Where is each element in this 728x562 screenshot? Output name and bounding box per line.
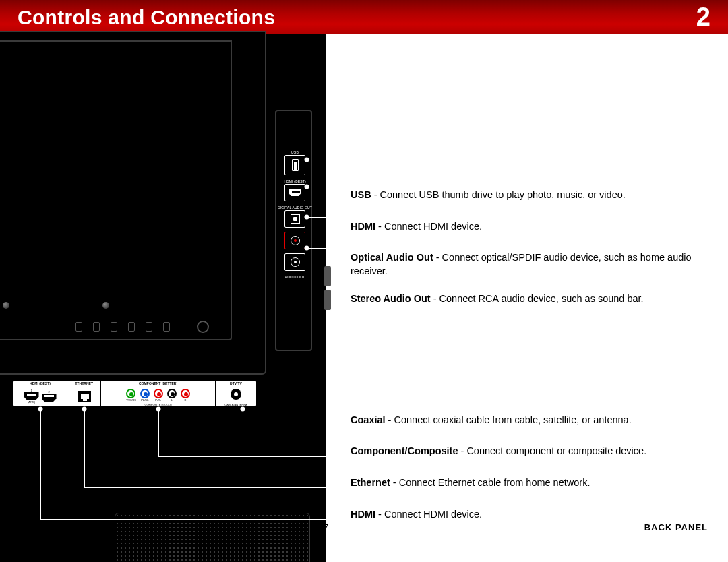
desc-comp-text: - Connect component or composite device. bbox=[458, 445, 647, 456]
port-stub-icon bbox=[93, 322, 100, 332]
callout-line bbox=[158, 456, 344, 457]
hdmi1-label: 1 bbox=[30, 389, 32, 392]
hdmi2-label: 2 bbox=[48, 390, 49, 394]
port-stub-icon bbox=[128, 322, 135, 332]
callout-dot-icon bbox=[241, 407, 245, 412]
callout-line bbox=[158, 409, 159, 456]
speaker-grille-icon bbox=[115, 513, 310, 562]
port-stub-icon bbox=[163, 322, 170, 332]
desc-stereo-text: - Connect RCA audio device, such as soun… bbox=[431, 293, 644, 304]
port-descriptions: USB - Connect USB thumb drive to play ph… bbox=[351, 185, 708, 539]
callout-line bbox=[243, 425, 344, 425]
desc-stereo-title: Stereo Audio Out bbox=[351, 293, 431, 304]
desc-coaxial: Coaxial - Connect coaxial cable from cab… bbox=[351, 414, 708, 427]
callout-line bbox=[40, 409, 41, 519]
optical-port-icon bbox=[284, 210, 305, 228]
callout-dot-icon bbox=[82, 407, 87, 412]
header-bar: Controls and Connections 2 bbox=[0, 0, 728, 34]
desc-optical: Optical Audio Out - Connect optical/SPDI… bbox=[351, 251, 708, 278]
desc-optical-title: Optical Audio Out bbox=[351, 252, 433, 263]
callout-line bbox=[84, 487, 344, 488]
ethernet-port-icon bbox=[78, 391, 91, 402]
usb-port-icon bbox=[284, 155, 305, 175]
coax-stub-icon bbox=[197, 321, 209, 333]
audio-out-port-label: AUDIO OUT bbox=[285, 275, 305, 279]
desc-usb-title: USB bbox=[351, 189, 371, 200]
tv-back-body: USB HDMI (BEST) DIGITAL AUDIO OUT AUDIO … bbox=[0, 31, 266, 375]
desc-stereo: Stereo Audio Out - Connect RCA audio dev… bbox=[351, 292, 708, 306]
callout-dot-icon bbox=[305, 158, 309, 162]
callout-dot-icon bbox=[305, 246, 309, 251]
desc-hdmi-bottom: HDMI - Connect HDMI device. bbox=[351, 508, 708, 522]
page-title: Controls and Connections bbox=[18, 6, 275, 29]
bottom-stubs bbox=[75, 322, 170, 332]
rca-blue-icon bbox=[140, 389, 150, 398]
desc-usb: USB - Connect USB thumb drive to play ph… bbox=[351, 189, 708, 202]
arc-label: (ARC) bbox=[28, 400, 35, 404]
desc-coax-title: Coaxial - bbox=[351, 414, 394, 425]
side-port-block: USB HDMI (BEST) DIGITAL AUDIO OUT AUDIO … bbox=[275, 110, 312, 351]
desc-eth-text: - Connect Ethernet cable from home netwo… bbox=[390, 477, 590, 488]
callout-line bbox=[84, 409, 85, 487]
dtv-group: DTV/TV CABLE/ANTENNA bbox=[216, 381, 256, 406]
screw-icon bbox=[3, 302, 9, 309]
callout-line bbox=[40, 519, 344, 520]
rca-red-icon bbox=[154, 389, 163, 398]
page-number: 7 bbox=[324, 522, 328, 532]
callout-dot-icon bbox=[38, 407, 43, 412]
page-footer: 7 BACK PANEL bbox=[351, 522, 708, 532]
rca-red-port-icon bbox=[284, 232, 305, 249]
rca-green-icon bbox=[126, 389, 135, 398]
port-stub-icon bbox=[111, 322, 117, 332]
pbcb-label: Pb/Cb bbox=[141, 398, 148, 402]
callout-line bbox=[307, 217, 344, 218]
tv-back-inner bbox=[0, 40, 232, 340]
hdmi-port-label: HDMI (BEST) bbox=[284, 179, 306, 183]
hdmi-group: HDMI (BEST) 1 (ARC) 2 bbox=[13, 381, 67, 406]
callout-dot-icon bbox=[156, 407, 161, 412]
chapter-number: 2 bbox=[696, 3, 710, 32]
bottom-port-strip: HDMI (BEST) 1 (ARC) 2 ETHERNET COMPONENT… bbox=[13, 381, 256, 406]
desc-hdmi2-title: HDMI bbox=[351, 509, 375, 520]
side-port-column: USB HDMI (BEST) DIGITAL AUDIO OUT AUDIO … bbox=[284, 150, 305, 280]
usb-port-label: USB bbox=[291, 150, 299, 154]
desc-hdmi-title: HDMI bbox=[351, 221, 375, 232]
port-stub-icon bbox=[75, 322, 82, 332]
hdmi-port-icon bbox=[284, 184, 305, 201]
optical-port-label: DIGITAL AUDIO OUT bbox=[278, 206, 312, 210]
desc-ethernet: Ethernet - Connect Ethernet cable from h… bbox=[351, 476, 708, 490]
desc-component: Component/Composite - Connect component … bbox=[351, 445, 708, 458]
callout-line bbox=[307, 160, 344, 160]
screw-icon bbox=[102, 302, 109, 309]
desc-eth-title: Ethernet bbox=[351, 477, 390, 488]
coax-port-icon bbox=[231, 389, 241, 400]
desc-coax-text: Connect coaxial cable from cable, satell… bbox=[394, 414, 631, 425]
ethernet-group: ETHERNET bbox=[67, 381, 101, 406]
callout-line bbox=[307, 187, 344, 187]
callout-line bbox=[307, 248, 344, 249]
desc-comp-title: Component/Composite bbox=[351, 445, 458, 456]
rca-white-icon bbox=[167, 389, 177, 398]
section-label: BACK PANEL bbox=[644, 522, 708, 532]
hdmi-port-icon bbox=[24, 392, 39, 400]
desc-hdmi2-text: - Connect HDMI device. bbox=[375, 509, 482, 520]
desc-hdmi: HDMI - Connect HDMI device. bbox=[351, 220, 708, 234]
hdmi-port-icon bbox=[42, 394, 57, 402]
r-label: R bbox=[184, 398, 186, 402]
rca-white-port-icon bbox=[284, 253, 305, 271]
prcr-label: Pr/Cr bbox=[155, 398, 161, 402]
desc-hdmi-text: - Connect HDMI device. bbox=[375, 221, 482, 232]
port-stub-icon bbox=[146, 322, 152, 332]
desc-usb-text: - Connect USB thumb drive to play photo,… bbox=[371, 189, 626, 200]
l-label: L bbox=[171, 398, 173, 402]
component-group: COMPONENT (BETTER) Y/CVBS Pb/Cb Pr/Cr L … bbox=[101, 381, 216, 406]
composite-group-label: COMPOSITE (GOOD) bbox=[145, 403, 172, 406]
callout-dot-icon bbox=[305, 185, 309, 189]
ycvbs-label: Y/CVBS bbox=[126, 398, 136, 402]
cable-label: CABLE/ANTENNA bbox=[224, 403, 247, 406]
tv-diagram-area: USB HDMI (BEST) DIGITAL AUDIO OUT AUDIO … bbox=[0, 34, 326, 562]
rca-red2-icon bbox=[181, 389, 190, 398]
callout-dot-icon bbox=[305, 215, 309, 220]
